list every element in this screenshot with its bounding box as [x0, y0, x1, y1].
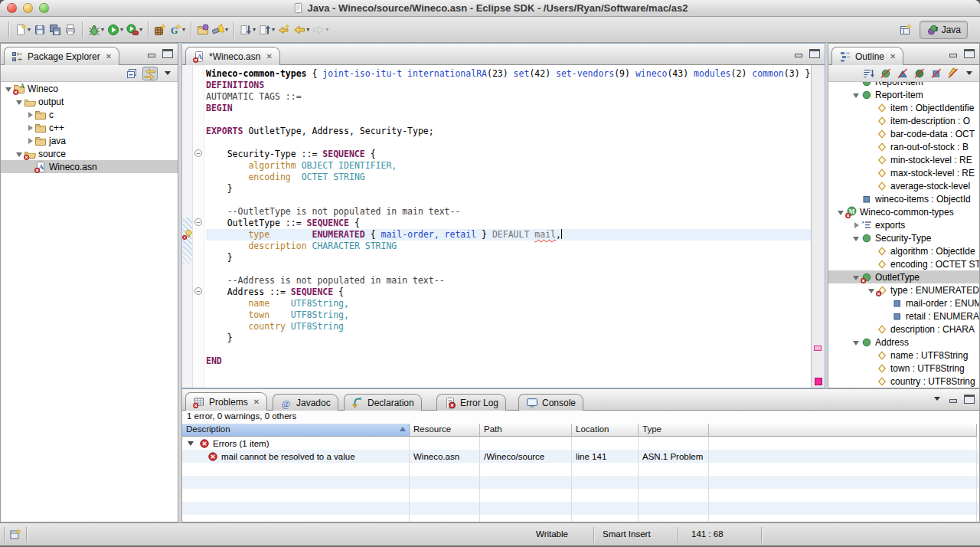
dropdown-arrow-icon[interactable]: ▾	[182, 26, 185, 33]
view-menu-icon[interactable]	[966, 71, 972, 75]
dropdown-arrow-icon[interactable]: ▾	[139, 26, 142, 33]
editor-tab[interactable]: A *Wineco.asn ✕	[185, 47, 280, 65]
minimize-editor-button[interactable]	[793, 49, 804, 58]
tree-item-wineco-items[interactable]: wineco-items : ObjectId	[828, 192, 979, 205]
tree-item-bar-code-data[interactable]: bar-code-data : OCT	[828, 127, 979, 140]
java-perspective-button[interactable]: J Java	[920, 21, 968, 39]
tree-item-average-stock-level[interactable]: average-stock-level	[828, 179, 979, 192]
tree-collapse-arrow-icon[interactable]	[867, 286, 876, 295]
run-external-tools-button[interactable]: ▾	[125, 20, 144, 40]
tree-item-encoding[interactable]: encoding : OCTET ST	[828, 257, 979, 270]
link-with-editor-button[interactable]	[142, 67, 158, 80]
minimize-view-button[interactable]	[948, 395, 959, 404]
annotation-ruler[interactable]	[182, 65, 193, 388]
tree-item-algorithm[interactable]: algorithm : ObjectIde	[828, 244, 979, 257]
tree-collapse-arrow-icon[interactable]	[851, 234, 861, 243]
maximize-view-button[interactable]	[964, 395, 975, 404]
dropdown-arrow-icon[interactable]: ▾	[120, 26, 123, 33]
outline-tab[interactable]: Outline ✕	[831, 47, 903, 65]
filter-fields-button[interactable]	[930, 67, 942, 80]
generate-code-button[interactable]: G▾	[168, 20, 187, 40]
tab-problems[interactable]: Problems✕	[185, 392, 267, 411]
problem-row[interactable]: mail cannot be resolved to a valueWineco…	[182, 450, 979, 463]
tab-declaration[interactable]: Declaration	[344, 394, 422, 411]
debug-button[interactable]: ▾	[87, 20, 106, 40]
tab-console[interactable]: Console	[518, 394, 583, 411]
tab-error-log[interactable]: Error Log	[436, 394, 506, 411]
tree-collapse-arrow-icon[interactable]	[851, 338, 861, 347]
zoom-window-button[interactable]	[39, 3, 49, 13]
maximize-view-button[interactable]	[162, 49, 173, 58]
save-all-button[interactable]	[47, 20, 63, 40]
dropdown-arrow-icon[interactable]: ▾	[101, 26, 104, 33]
search-button[interactable]: ▾	[211, 20, 230, 40]
tree-item-town[interactable]: town : UTF8String	[828, 362, 979, 375]
tree-item-address[interactable]: Address	[828, 336, 979, 349]
previous-annotation-button[interactable]: ▾	[257, 20, 276, 40]
minimize-window-button[interactable]	[23, 3, 33, 13]
tree-expand-arrow-icon[interactable]	[25, 123, 34, 133]
close-icon[interactable]: ✕	[266, 52, 272, 61]
tree-item-c[interactable]: c	[1, 108, 178, 121]
column-header-path[interactable]: Path	[480, 424, 572, 437]
close-window-button[interactable]	[7, 3, 17, 13]
tree-expand-arrow-icon[interactable]	[851, 221, 861, 230]
view-menu-icon[interactable]	[934, 397, 940, 401]
tree-item-java[interactable]: java	[1, 134, 178, 147]
dropdown-arrow-icon[interactable]: ▾	[225, 26, 228, 33]
overview-error-indicator[interactable]	[815, 378, 822, 385]
close-icon[interactable]: ✕	[890, 52, 896, 61]
error-marker-icon[interactable]	[182, 229, 193, 239]
package-explorer-tab[interactable]: Package Explorer ✕	[4, 47, 119, 65]
code-area[interactable]: Wineco-common-types { joint-iso-itu-t in…	[204, 65, 811, 388]
tree-collapse-arrow-icon[interactable]	[4, 84, 13, 93]
tree-collapse-arrow-icon[interactable]	[15, 97, 24, 106]
dropdown-arrow-icon[interactable]: ▾	[272, 26, 275, 33]
sort-button[interactable]	[863, 67, 875, 80]
column-header-type[interactable]: Type	[639, 424, 709, 437]
fold-collapse-icon[interactable]: –	[194, 149, 202, 157]
last-edit-location-button[interactable]	[276, 20, 292, 40]
tree-item-type[interactable]: type : ENUMERATED	[828, 283, 979, 296]
new-wizard-button[interactable]: ▾	[13, 20, 32, 40]
maximize-editor-button[interactable]	[809, 49, 820, 58]
back-button[interactable]: ▾	[292, 20, 311, 40]
filter-values-button[interactable]	[880, 67, 892, 80]
dropdown-arrow-icon[interactable]: ▾	[253, 26, 256, 33]
tree-item-min-stock-level[interactable]: min-stock-level : RE	[828, 153, 979, 166]
open-perspective-button[interactable]	[898, 20, 913, 40]
save-button[interactable]	[32, 20, 47, 40]
column-header-location[interactable]: Location	[572, 424, 639, 437]
close-icon[interactable]: ✕	[253, 398, 260, 406]
filter-annotations-button[interactable]	[947, 67, 959, 80]
fold-collapse-icon[interactable]: –	[194, 287, 202, 295]
dropdown-arrow-icon[interactable]: ▾	[325, 26, 328, 33]
next-annotation-button[interactable]: ▾	[238, 20, 257, 40]
tree-item-report-item[interactable]: Report-item	[828, 82, 979, 88]
close-icon[interactable]: ✕	[106, 52, 112, 61]
dropdown-arrow-icon[interactable]: ▾	[28, 26, 31, 33]
group-collapse-arrow-icon[interactable]	[188, 441, 194, 446]
tree-item-wineco-common-types[interactable]: MWineco-common-types	[828, 205, 979, 218]
tree-expand-arrow-icon[interactable]	[25, 136, 34, 146]
folding-ruler[interactable]: –––	[193, 65, 204, 388]
tree-item-mail-order[interactable]: mail-order : ENUM	[828, 296, 979, 310]
tree-item-security-type[interactable]: Security-Type	[828, 231, 979, 244]
tab-javadoc[interactable]: @Javadoc	[273, 394, 338, 411]
tree-item-winecoasn[interactable]: AWineco.asn	[1, 160, 178, 173]
tree-item-wineco[interactable]: AWineco	[1, 82, 178, 95]
new-asn-module-button[interactable]	[152, 20, 168, 40]
filter-types-button[interactable]	[897, 67, 909, 80]
tree-item-max-stock-level[interactable]: max-stock-level : RE	[828, 166, 979, 179]
view-menu-icon[interactable]	[165, 71, 171, 75]
problem-row[interactable]: Errors (1 item)	[182, 437, 979, 450]
overview-ruler[interactable]	[811, 65, 825, 388]
tree-item-exports[interactable]: exports	[828, 218, 979, 231]
tree-item-description[interactable]: description : CHARA	[828, 323, 979, 336]
tree-collapse-arrow-icon[interactable]	[851, 273, 861, 282]
tree-collapse-arrow-icon[interactable]	[851, 90, 861, 100]
tree-item-retail[interactable]: retail : ENUMERAT	[828, 310, 979, 323]
run-button[interactable]: ▾	[106, 20, 125, 40]
overview-error-annotation[interactable]	[814, 346, 822, 351]
tree-item-ran-out-of-stock[interactable]: ran-out-of-stock : B	[828, 140, 979, 153]
